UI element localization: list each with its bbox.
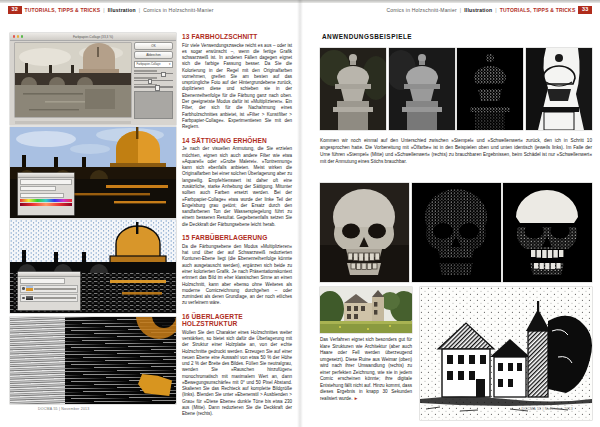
screenshot-filter-gallery-dialog: Farbpapier-Collage (33,3 %) bbox=[10, 33, 176, 125]
layer-name-bar bbox=[34, 288, 76, 290]
hue-gradient-bar bbox=[20, 199, 72, 202]
header-left: 32 TUTORIALS, TIPPS & TRICKS | Illustrat… bbox=[8, 6, 214, 14]
page-number-left: 32 bbox=[8, 6, 22, 14]
dialog-zoom-bar[interactable] bbox=[15, 121, 131, 124]
article-end-icon: ► bbox=[354, 396, 359, 401]
boat-shape bbox=[138, 374, 172, 396]
preset-dropdown[interactable] bbox=[20, 179, 72, 184]
ok-button[interactable]: OK bbox=[134, 42, 173, 50]
examples-heading: ANWENDUNGSBEISPIELE bbox=[322, 33, 412, 40]
hue-saturation-dialog bbox=[18, 173, 74, 215]
slider-label-bar bbox=[134, 84, 157, 86]
urn-stempel-version bbox=[457, 48, 523, 130]
texture-overlaid-image bbox=[65, 317, 176, 404]
slider-row bbox=[134, 84, 173, 88]
layer-name-bar bbox=[34, 297, 76, 299]
noise-texture-sample bbox=[10, 317, 65, 404]
urn-schwellenwert-version bbox=[526, 48, 592, 130]
dialog-title: Farbpapier-Collage (33,3 %) bbox=[10, 35, 176, 39]
header-separator: | bbox=[103, 7, 105, 13]
layer-thumbnail bbox=[26, 296, 33, 301]
filter-thumbnail-area[interactable] bbox=[134, 91, 173, 119]
urn-photo-original bbox=[320, 48, 386, 130]
bridge-arch-shape bbox=[136, 317, 176, 339]
footer-left: DOCMA 55 | November 2013 bbox=[38, 407, 89, 411]
urn-example-row bbox=[320, 48, 592, 130]
slider-row bbox=[134, 77, 173, 81]
page-seam bbox=[297, 0, 303, 427]
filter-select[interactable]: Farbpapier-Collage▾ bbox=[134, 61, 173, 68]
footer-right: DOCMA 55 | November 2013 bbox=[522, 407, 573, 411]
header-section-left: TUTORIALS, TIPPS & TRICKS bbox=[25, 7, 101, 13]
header-article-left: Comics in Holzschnitt-Manier bbox=[143, 7, 213, 13]
wood-texture-strip bbox=[10, 317, 176, 404]
header-right: Comics in Holzschnitt-Manier | Illustrat… bbox=[386, 6, 592, 14]
adjusted-gradient-bar bbox=[20, 203, 72, 206]
section-body-13: Für viele Verwendungszwecke reicht es au… bbox=[182, 43, 292, 131]
ruin-photo-weimar bbox=[320, 287, 412, 333]
filter-dialog-panel: OK Abbrechen Farbpapier-Collage▾ bbox=[134, 42, 173, 119]
bottom-caption: Das Verfahren eignet sich besonders gut … bbox=[320, 337, 412, 402]
slider-handle[interactable] bbox=[148, 79, 153, 84]
section-heading-15: 15 FARBÜBERLAGERUNG bbox=[182, 234, 292, 241]
slider-row bbox=[134, 70, 173, 74]
section-body-15: Da die Färbungsebene den Modus »Multipli… bbox=[182, 244, 292, 307]
slider-track[interactable] bbox=[134, 86, 173, 87]
layer-visibility-icon[interactable] bbox=[22, 297, 25, 300]
filter-preview-image bbox=[15, 43, 131, 117]
layer-thumbnail bbox=[26, 286, 33, 291]
cancel-button[interactable]: Abbrechen bbox=[134, 51, 173, 59]
section-heading-16: 16 ÜBERLAGERTE HOLZSTRUKTUR bbox=[182, 313, 292, 327]
bottom-caption-text: Das Verfahren eignet sich besonders gut … bbox=[320, 337, 412, 401]
slider-track[interactable] bbox=[134, 80, 173, 81]
header-section-right: TUTORIALS, TIPPS & TRICKS bbox=[500, 7, 576, 13]
skull-photo-grayscale bbox=[320, 183, 409, 282]
header-separator: | bbox=[139, 7, 141, 13]
castle-preview-muted bbox=[15, 43, 131, 117]
layers-palette-header bbox=[18, 272, 80, 277]
slider-handle[interactable] bbox=[155, 85, 160, 90]
slider-track[interactable] bbox=[134, 73, 173, 74]
article-text-column: 13 FARBHOLZSCHNITT Für viele Verwendungs… bbox=[182, 33, 292, 417]
skull-schwellenwert-version bbox=[503, 183, 592, 282]
mid-caption: Kommen wir noch einmal auf den Unterschi… bbox=[320, 137, 592, 165]
chevron-down-icon: ▾ bbox=[169, 62, 170, 66]
header-separator: | bbox=[495, 7, 497, 13]
slider-label-bar bbox=[134, 77, 157, 79]
section-body-16: Wollen Sie den Charakter eines Holzschni… bbox=[182, 330, 292, 418]
magazine-spread: 32 TUTORIALS, TIPPS & TRICKS | Illustrat… bbox=[0, 0, 600, 427]
ruin-woodcut-drawing bbox=[420, 287, 592, 420]
header-separator: | bbox=[460, 7, 462, 13]
section-heading-13: 13 FARBHOLZSCHNITT bbox=[182, 33, 292, 40]
screenshot-posterized-castle bbox=[10, 127, 176, 218]
slider-handle[interactable] bbox=[161, 72, 166, 77]
layer-row[interactable] bbox=[20, 285, 78, 293]
section-body-14: Je nach der visuellen Anmutung, die Sie … bbox=[182, 146, 292, 227]
header-article-right: Comics in Holzschnitt-Manier bbox=[386, 7, 456, 13]
filter-select-value: Farbpapier-Collage bbox=[137, 62, 161, 66]
section-heading-14: 14 SÄTTIGUNG ERHÖHEN bbox=[182, 137, 292, 144]
layer-visibility-icon[interactable] bbox=[22, 287, 25, 290]
saturation-slider[interactable] bbox=[20, 193, 64, 198]
urn-oilpaint-grayscale bbox=[389, 48, 455, 130]
dialog-titlebar: Farbpapier-Collage (33,3 %) bbox=[10, 33, 176, 41]
screenshot-woodcut-castle bbox=[10, 220, 176, 313]
page-number-right: 33 bbox=[578, 6, 592, 14]
blend-mode-dropdown[interactable] bbox=[20, 278, 65, 283]
slider-label-bar bbox=[134, 70, 157, 72]
skull-stempel-version bbox=[412, 183, 501, 282]
skull-example-row bbox=[320, 183, 592, 282]
header-category-right: Illustration bbox=[464, 7, 492, 13]
layers-palette bbox=[18, 272, 80, 310]
layer-row[interactable] bbox=[20, 294, 78, 302]
hue-slider[interactable] bbox=[20, 186, 56, 191]
palette-titlebar bbox=[18, 173, 74, 178]
header-category-left: Illustration bbox=[108, 7, 136, 13]
